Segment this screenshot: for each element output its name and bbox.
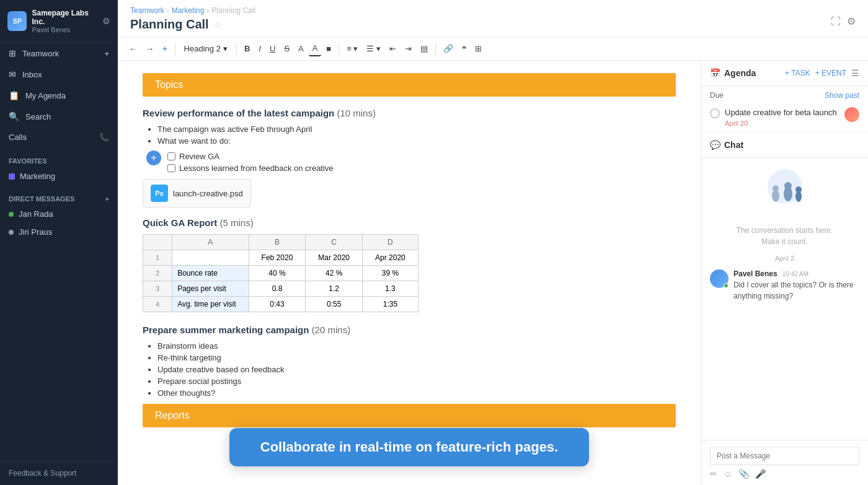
insert-button[interactable]: + [159, 42, 171, 56]
feedback-label: Feedback & Support [9, 469, 76, 478]
agenda-menu-icon[interactable]: ☰ [851, 68, 859, 78]
chat-msg-author: Pavel Benes [733, 269, 777, 278]
col-d-header: D [363, 235, 418, 250]
font-color-button[interactable]: A [309, 41, 322, 56]
breadcrumb-teamwork[interactable]: Teamwork [130, 6, 164, 15]
align-button[interactable]: ≡ ▾ [343, 42, 361, 56]
chat-empty-text: The conversation starts here. Make it co… [737, 225, 833, 247]
mar-header: Mar 2020 [306, 250, 363, 266]
app-logo: SP [7, 11, 27, 31]
breadcrumb-marketing[interactable]: Marketing [172, 6, 205, 15]
pencil-icon[interactable]: ✏ [710, 469, 717, 479]
table-row: 3 Pages per visit 0.8 1.2 1.3 [143, 281, 418, 297]
section1-bullets: The campaign was active Feb through Apri… [143, 125, 676, 146]
undo-button[interactable]: ← [125, 42, 141, 56]
font-size-button[interactable]: A [294, 42, 308, 56]
indent-decrease-button[interactable]: ⇤ [386, 42, 400, 56]
italic-button[interactable]: I [255, 42, 265, 56]
table-button[interactable]: ⊞ [471, 42, 485, 56]
sidebar-item-search[interactable]: 🔍 Search [0, 106, 118, 127]
checkbox-item[interactable]: Review GA [167, 152, 676, 161]
section3-bullets: Brainstorm ideas Re-think targeting Upda… [143, 341, 676, 398]
sidebar-item-teamwork[interactable]: ⊞ Teamwork + [0, 43, 118, 64]
list-button[interactable]: ☰ ▾ [363, 42, 384, 56]
show-past-button[interactable]: Show past [825, 91, 859, 100]
section2-duration: (5 mins) [219, 217, 253, 228]
agenda-task: Update creative for beta launch April 20 [701, 102, 868, 133]
sidebar-header: SP Samepage Labs Inc. Pavel Benes ⚙ [0, 0, 118, 43]
cell: 39 % [363, 266, 418, 281]
teamwork-label: Teamwork [22, 49, 59, 58]
favorite-star-icon[interactable]: ☆ [214, 20, 222, 30]
data-table: A B C D 1 Feb 2020 Mar 2020 Apr 2020 [143, 234, 418, 312]
page-settings-icon[interactable]: ⚙ [847, 15, 856, 27]
section-1: + Review performance of the latest campa… [143, 108, 676, 208]
mic-icon[interactable]: 🎤 [755, 469, 766, 479]
redo-button[interactable]: → [142, 42, 157, 56]
editor-area[interactable]: Topics + Review performance of the lates… [118, 61, 701, 485]
add-workspace-icon[interactable]: + [104, 49, 109, 58]
checkbox-label: Lessons learned from feedback on creativ… [179, 164, 334, 173]
chat-message: Pavel Benes 10:42 AM Did I cover all the… [710, 269, 859, 302]
section-2: Quick GA Report (5 mins) A B C D [143, 217, 676, 312]
right-panel: 📅 Agenda + TASK + EVENT ☰ Due Show past … [701, 61, 868, 485]
feedback-link[interactable]: Feedback & Support [0, 461, 118, 485]
expand-icon[interactable]: ⛶ [831, 16, 841, 27]
quote-button[interactable]: ❝ [458, 42, 470, 56]
search-icon: 🔍 [9, 111, 19, 121]
attachment-icon[interactable]: 📎 [738, 469, 749, 479]
add-dm-icon[interactable]: + [105, 195, 109, 203]
chat-empty-line1: The conversation starts here. [737, 226, 833, 235]
bullet-item: Other thoughts? [157, 388, 676, 398]
sidebar-item-agenda[interactable]: 📋 My Agenda [0, 85, 118, 106]
agenda-due-row: Due Show past [701, 86, 868, 102]
add-event-button[interactable]: + EVENT [815, 69, 846, 77]
underline-button[interactable]: U [266, 42, 279, 56]
link-button[interactable]: 🔗 [440, 42, 457, 56]
dm-user-jiri: Jiri Praus [19, 227, 52, 237]
chat-input-area: ✏ ☺ 📎 🎤 [701, 440, 868, 485]
row-label: Avg. time per visit [172, 297, 249, 312]
org-name: Samepage Labs Inc. [32, 9, 102, 26]
agenda-actions: + TASK + EVENT ☰ [785, 68, 859, 78]
top-bar-actions: ⛶ ⚙ [831, 15, 856, 27]
agenda-title-text: Agenda [724, 68, 756, 78]
bold-button[interactable]: B [241, 42, 254, 56]
align-justify-button[interactable]: ▤ [417, 42, 432, 56]
inbox-icon: ✉ [9, 69, 16, 79]
apr-header: Apr 2020 [363, 250, 418, 266]
sidebar-item-marketing[interactable]: Marketing [0, 167, 118, 185]
sidebar-item-inbox[interactable]: ✉ Inbox [0, 64, 118, 85]
chat-input[interactable] [710, 447, 859, 465]
sidebar-dm-jan[interactable]: Jan Rada [0, 205, 118, 223]
sidebar-calls-row: Calls 📞 [0, 127, 118, 147]
checkbox-item[interactable]: Lessons learned from feedback on creativ… [167, 164, 676, 173]
teamwork-icon: ⊞ [9, 48, 16, 58]
cell: 1:35 [363, 297, 418, 312]
checkbox-lessons[interactable] [167, 164, 175, 172]
section1-heading: Review performance of the latest campaig… [143, 108, 676, 118]
settings-icon[interactable]: ⚙ [102, 16, 110, 26]
emoji-icon[interactable]: ☺ [724, 469, 732, 479]
due-label: Due [710, 91, 724, 100]
indent-increase-button[interactable]: ⇥ [401, 42, 415, 56]
calls-icon[interactable]: 📞 [99, 133, 109, 142]
cell: 0.8 [249, 281, 306, 297]
dm-header: Direct messages [9, 195, 74, 203]
online-indicator [724, 283, 728, 288]
section3-heading: Prepare summer marketing campaign (20 mi… [143, 325, 676, 335]
highlight-button[interactable]: ■ [322, 42, 335, 56]
inbox-label: Inbox [22, 70, 42, 79]
sidebar-dm-jiri[interactable]: Jiri Praus [0, 223, 118, 241]
add-task-button[interactable]: + TASK [785, 69, 810, 77]
add-section-button[interactable]: + [146, 151, 161, 165]
chevron-down-icon: ▾ [223, 44, 228, 53]
task-checkbox[interactable] [710, 108, 720, 118]
strikethrough-button[interactable]: S [280, 42, 293, 56]
checkbox-review-ga[interactable] [167, 152, 175, 160]
file-attachment[interactable]: Ps launch-creative.psd [143, 179, 251, 208]
heading-selector[interactable]: Heading 2 ▾ [179, 42, 232, 55]
cell: 1.3 [363, 281, 418, 297]
favorites-header: Favorites [9, 157, 47, 165]
top-bar: Teamwork › Marketing › Planning Call Pla… [118, 0, 868, 37]
